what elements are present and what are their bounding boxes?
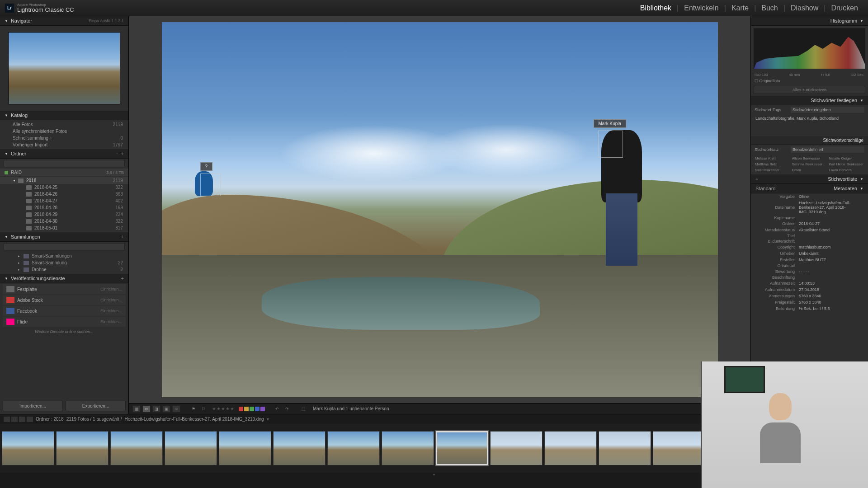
- metadata-row[interactable]: Beschriftung: [751, 275, 868, 280]
- face-region-named[interactable]: [598, 131, 623, 158]
- second-window-icon[interactable]: [4, 417, 10, 422]
- plus-icon[interactable]: +: [121, 276, 124, 281]
- histogram-graph[interactable]: [754, 28, 865, 69]
- keywording-header[interactable]: Stichwörter festlegen▼: [751, 96, 868, 105]
- metadata-header[interactable]: Standard Metadaten▼: [751, 184, 868, 193]
- filmstrip-thumb[interactable]: [436, 431, 488, 465]
- keyword-tags-mode[interactable]: Stichwörter eingeben: [791, 107, 864, 113]
- forward-icon[interactable]: [27, 417, 33, 422]
- keyword-suggestion[interactable]: Natalie Geiger: [828, 156, 864, 161]
- color-label[interactable]: [239, 407, 243, 411]
- keyword-suggestion[interactable]: Melissa Kiehl: [755, 156, 791, 161]
- loupe-view-button[interactable]: ▭: [142, 405, 151, 413]
- publish-header[interactable]: ▼ Veröffentlichungsdienste +: [0, 274, 128, 283]
- module-buch[interactable]: Buch: [756, 4, 783, 12]
- face-tag-named[interactable]: Mark Kupla: [594, 119, 627, 128]
- grid-view-button[interactable]: ▦: [132, 405, 141, 413]
- rotate-left-icon[interactable]: ↶: [273, 405, 281, 413]
- filmstrip-thumb[interactable]: [165, 431, 217, 465]
- metadata-row[interactable]: Bewertung· · · · ·: [751, 268, 868, 275]
- catalog-item[interactable]: Schnellsammlung +0: [0, 135, 128, 141]
- metadata-row[interactable]: Copyrightmatthiasbutz.com: [751, 244, 868, 250]
- survey-view-button[interactable]: ▣: [162, 405, 170, 413]
- catalog-item[interactable]: Alle synchronisierten Fotos: [0, 128, 128, 135]
- keyword-set-dropdown[interactable]: Benutzerdefiniert: [791, 146, 864, 153]
- import-button[interactable]: Importieren...: [3, 401, 63, 411]
- module-diashow[interactable]: Diashow: [785, 4, 824, 12]
- drive-row[interactable]: RAID 3,6 / 4 TB: [0, 169, 128, 176]
- compare-view-button[interactable]: ◨: [152, 405, 160, 413]
- navigator-header[interactable]: ▼ Navigator Einpa Ausfü 1:1 3:1: [0, 16, 128, 26]
- flag-pick-icon[interactable]: ⚑: [189, 405, 198, 413]
- filmstrip-thumb[interactable]: [219, 431, 271, 465]
- folder-item[interactable]: 2018-04-25322: [0, 184, 128, 191]
- keyword-suggestion[interactable]: Email: [792, 168, 828, 173]
- keyword-suggestion[interactable]: Sabrina Benkesser: [792, 162, 828, 167]
- metadata-row[interactable]: Ortsdetail: [751, 263, 868, 268]
- export-button[interactable]: Exportieren...: [66, 401, 126, 411]
- filmstrip-thumb[interactable]: [327, 431, 380, 465]
- metadata-row[interactable]: Titel: [751, 233, 868, 239]
- keyword-suggestions-header[interactable]: Stichwortvorschläge: [751, 136, 868, 145]
- face-region-unknown[interactable]: [200, 174, 221, 196]
- metadata-row[interactable]: Aufnahmezeit14:00:53: [751, 280, 868, 286]
- module-karte[interactable]: Karte: [726, 4, 754, 12]
- keyword-suggestion[interactable]: Laura Pohlerh: [828, 168, 864, 173]
- metadata-row[interactable]: Abmessungen5760 x 3840: [751, 293, 868, 299]
- metadata-row[interactable]: Belichtung¹⁄₂ Sek. bei f / 5,6: [751, 305, 868, 312]
- original-photo-checkbox[interactable]: ☐ Originalfoto: [751, 78, 868, 84]
- publish-service[interactable]: FacebookEinrichten...: [3, 306, 126, 316]
- publish-service[interactable]: Adobe StockEinrichten...: [3, 295, 126, 305]
- catalog-header[interactable]: ▼ Katalog: [0, 111, 128, 120]
- module-entwickeln[interactable]: Entwickeln: [679, 4, 724, 12]
- filmstrip-thumb[interactable]: [544, 431, 597, 465]
- color-label[interactable]: [244, 407, 249, 411]
- color-label[interactable]: [250, 407, 254, 411]
- metadata-row[interactable]: Aufnahmedatum27.04.2018: [751, 286, 868, 293]
- metadata-row[interactable]: ErstellerMatthias BUTZ: [751, 257, 868, 263]
- filmstrip-thumb[interactable]: [382, 431, 434, 465]
- face-detect-icon[interactable]: ⬚: [299, 405, 307, 413]
- back-icon[interactable]: [19, 417, 25, 422]
- folder-item[interactable]: 2018-04-29224: [0, 211, 128, 218]
- catalog-item[interactable]: Vorheriger Import1797: [0, 141, 128, 148]
- filmstrip-thumb[interactable]: [110, 431, 163, 465]
- filmstrip-thumb[interactable]: [273, 431, 326, 465]
- publish-find-more[interactable]: Weitere Dienste online suchen...: [0, 328, 128, 336]
- navigator-zoom-modes[interactable]: Einpa Ausfü 1:1 3:1: [89, 19, 124, 23]
- collection-item[interactable]: ▸Drohne2: [0, 266, 128, 273]
- module-drucken[interactable]: Drucken: [826, 4, 863, 12]
- catalog-item[interactable]: Alle Fotos2119: [0, 121, 128, 128]
- keyword-suggestion[interactable]: Sira Benkesser: [755, 168, 791, 173]
- loupe-view[interactable]: ? Mark Kupla: [129, 16, 750, 403]
- publish-service[interactable]: FestplatteEinrichten...: [3, 284, 126, 294]
- filmstrip-thumb[interactable]: [490, 431, 542, 465]
- rotate-right-icon[interactable]: ↷: [283, 405, 291, 413]
- collection-item[interactable]: ▸Smart-Sammlung22: [0, 259, 128, 266]
- metadata-row[interactable]: VorgabeOhne: [751, 193, 868, 200]
- metadata-row[interactable]: DateinameHochzeit-Ludwigshafen-Full-Benk…: [751, 200, 868, 215]
- collections-header[interactable]: ▼ Sammlungen +: [0, 232, 128, 242]
- collection-filter-input[interactable]: [4, 243, 125, 250]
- breadcrumb[interactable]: Ordner : 2018: [36, 417, 64, 422]
- folder-item[interactable]: 2018-04-27402: [0, 197, 128, 204]
- keyword-suggestion[interactable]: Karl Heinz Benkesser: [828, 162, 864, 167]
- flag-reject-icon[interactable]: ⚐: [199, 405, 208, 413]
- keyword-suggestion[interactable]: Matthias Butz: [755, 162, 791, 167]
- module-bibliothek[interactable]: Bibliothek: [635, 4, 677, 12]
- histogram-header[interactable]: Histogramm▼: [751, 16, 868, 26]
- grid-icon[interactable]: [11, 417, 18, 422]
- folders-header[interactable]: ▼ Ordner − +: [0, 149, 128, 159]
- rating-stars[interactable]: ★★★★★: [212, 406, 234, 411]
- metadata-row[interactable]: Freigestellt5760 x 3840: [751, 299, 868, 305]
- publish-service[interactable]: FlickrEinrichten...: [3, 317, 126, 327]
- color-label[interactable]: [255, 407, 259, 411]
- folder-item[interactable]: 2018-05-01317: [0, 225, 128, 231]
- keywords-applied[interactable]: Landschaftsfotografie, Mark Kupla, Schot…: [751, 114, 868, 122]
- folder-item[interactable]: 2018-04-30322: [0, 218, 128, 225]
- metadata-row[interactable]: UrheberUnbekannt: [751, 250, 868, 257]
- folder-item[interactable]: 2018-04-28169: [0, 204, 128, 211]
- face-tag-unknown[interactable]: ?: [200, 162, 213, 171]
- plus-icon[interactable]: +: [121, 234, 124, 239]
- folder-item[interactable]: ▼20182119: [0, 177, 128, 184]
